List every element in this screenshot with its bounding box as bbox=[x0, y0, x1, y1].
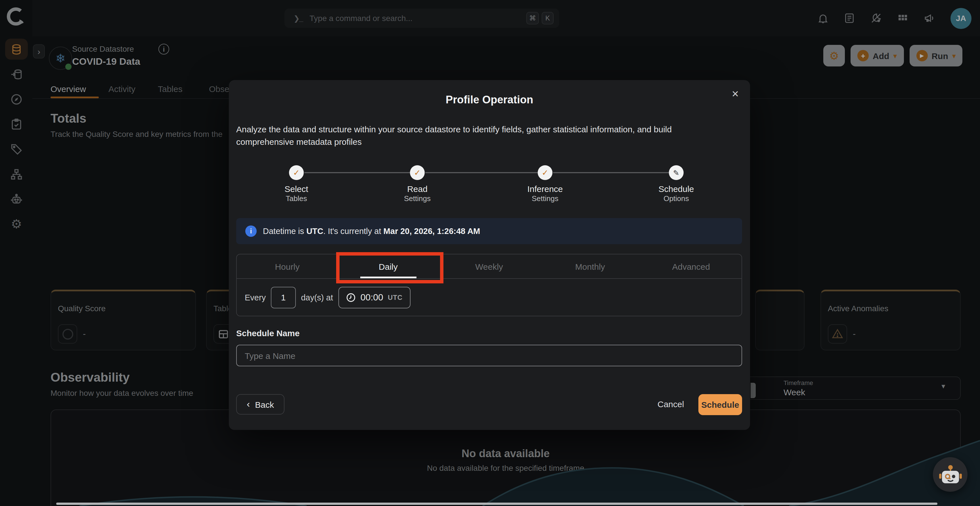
schedule-tab-weekly[interactable]: Weekly bbox=[439, 255, 540, 278]
schedule-tab-hourly[interactable]: Hourly bbox=[237, 255, 338, 278]
profile-operation-modal: ✕ Profile Operation Analyze the data and… bbox=[229, 80, 750, 430]
step-connector bbox=[304, 172, 410, 173]
app-screen: ❯_ Type a command or search... ⌘ K JA bbox=[0, 0, 980, 506]
check-icon: ✓ bbox=[414, 168, 420, 177]
schedule-name-label: Schedule Name bbox=[236, 328, 299, 338]
schedule-submit-button[interactable]: Schedule bbox=[698, 394, 742, 415]
horizontal-scrollbar[interactable] bbox=[56, 503, 937, 505]
utc-info-banner: i Datetime is UTC. It's currently at Mar… bbox=[236, 218, 742, 244]
chevron-left-icon: ‹ bbox=[247, 399, 250, 410]
robot-icon bbox=[939, 464, 961, 485]
timezone-label: UTC bbox=[388, 294, 402, 302]
modal-title: Profile Operation bbox=[229, 94, 750, 106]
pencil-icon: ✎ bbox=[673, 169, 679, 177]
clock-icon bbox=[346, 293, 356, 303]
banner-text: Datetime is UTC. It's currently at Mar 2… bbox=[263, 227, 480, 235]
step-label: ScheduleOptions bbox=[659, 184, 694, 203]
time-picker[interactable]: 00:00 UTC bbox=[338, 287, 410, 309]
cancel-button[interactable]: Cancel bbox=[657, 399, 684, 409]
step-read-settings: ✓ bbox=[410, 165, 425, 180]
schedule-tabs: Hourly Daily Weekly Monthly Advanced bbox=[237, 255, 741, 279]
check-icon: ✓ bbox=[542, 168, 548, 177]
every-label: Every bbox=[245, 293, 266, 302]
annotation-daily-highlight bbox=[336, 252, 444, 283]
step-schedule-options: ✎ bbox=[669, 165, 684, 180]
unit-label: day(s) at bbox=[301, 293, 333, 302]
schedule-options-box: Hourly Daily Weekly Monthly Advanced Eve… bbox=[236, 254, 742, 316]
assistant-bot-button[interactable] bbox=[933, 457, 967, 492]
time-value: 00:00 bbox=[361, 293, 383, 303]
step-connector bbox=[425, 172, 538, 173]
back-button[interactable]: ‹ Back bbox=[236, 394, 285, 415]
check-icon: ✓ bbox=[293, 168, 299, 177]
schedule-tab-monthly[interactable]: Monthly bbox=[540, 255, 641, 278]
step-connector bbox=[553, 172, 669, 173]
step-label: ReadSettings bbox=[404, 184, 431, 203]
step-label: SelectTables bbox=[285, 184, 308, 203]
step-label: InferenceSettings bbox=[527, 184, 563, 203]
info-icon: i bbox=[245, 226, 257, 237]
schedule-name-input[interactable]: Type a Name bbox=[236, 345, 742, 366]
interval-input[interactable]: 1 bbox=[271, 287, 296, 309]
step-select-tables: ✓ bbox=[289, 165, 304, 180]
schedule-tab-advanced[interactable]: Advanced bbox=[641, 255, 741, 278]
step-inference-settings: ✓ bbox=[538, 165, 552, 180]
modal-description: Analyze the data and structure within yo… bbox=[236, 123, 725, 148]
schedule-name-placeholder: Type a Name bbox=[245, 351, 295, 360]
schedule-controls: Every 1 day(s) at 00:00 UTC bbox=[237, 279, 741, 316]
